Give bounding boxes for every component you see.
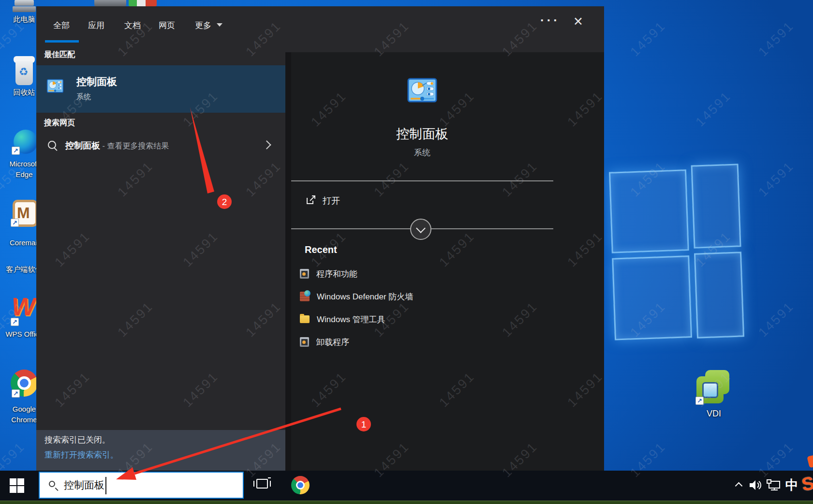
- taskbar: 控制面板 中 S: [0, 471, 813, 501]
- wps-icon: W: [12, 295, 35, 318]
- sogou-desktop-fragment: [807, 455, 813, 468]
- tab-all[interactable]: 全部: [53, 20, 70, 31]
- desktop-icon-sliver: [129, 0, 157, 6]
- tab-more[interactable]: 更多: [195, 20, 211, 31]
- recent-item-label: Windows Defender 防火墙: [317, 291, 413, 302]
- detail-subtitle: 系统: [291, 147, 553, 158]
- chevron-right-icon[interactable]: [262, 140, 271, 149]
- more-dropdown-icon[interactable]: [217, 23, 222, 27]
- best-match-title: 控制面板: [76, 75, 117, 89]
- close-icon[interactable]: ✕: [573, 15, 583, 29]
- search-icon: [48, 480, 59, 491]
- search-input-text[interactable]: 控制面板: [64, 473, 104, 498]
- text-caret: [105, 477, 106, 494]
- tray-chevron-up-icon[interactable]: [736, 483, 741, 489]
- active-tab-underline: [45, 40, 79, 43]
- desktop: 此电脑 ♻ 回收站 ↗ Microsoft Edge M ↗ Coremail …: [0, 0, 813, 504]
- firewall-icon: [300, 292, 310, 301]
- panel-footer: 搜索索引已关闭。 重新打开搜索索引。: [36, 430, 285, 471]
- this-pc-icon: [13, 0, 36, 13]
- web-search-header: 搜索网页: [44, 118, 75, 128]
- detail-pane-bg: [291, 52, 604, 471]
- open-action-row[interactable]: 打开: [300, 192, 532, 208]
- tray-ime-icon[interactable]: 中: [785, 476, 798, 494]
- panel-menu-dots[interactable]: ···: [540, 13, 560, 28]
- taskbar-chrome-icon[interactable]: [291, 476, 310, 494]
- open-label: 打开: [323, 195, 340, 207]
- web-search-query: 控制面板: [65, 141, 100, 150]
- recent-item-programs-features[interactable]: 程序和功能: [300, 263, 532, 284]
- expand-chevron-circle[interactable]: [410, 219, 431, 240]
- tab-apps[interactable]: 应用: [88, 20, 104, 31]
- tray-volume-icon[interactable]: [749, 479, 763, 491]
- windows-logo-icon: [10, 478, 24, 493]
- recent-item-uninstall[interactable]: 卸载程序: [300, 331, 532, 353]
- folder-icon: [300, 315, 310, 323]
- shortcut-arrow-icon: ↗: [12, 147, 20, 155]
- control-panel-icon-large: [407, 75, 438, 106]
- shortcut-arrow-icon: ↗: [11, 318, 19, 326]
- recent-item-label: 程序和功能: [316, 268, 357, 280]
- tray-network-icon[interactable]: [766, 479, 781, 491]
- web-search-hint: - 查看更多搜索结果: [102, 142, 169, 150]
- recent-item-defender-firewall[interactable]: Windows Defender 防火墙: [300, 286, 532, 307]
- recent-item-label: 卸载程序: [316, 337, 349, 348]
- best-match-subtitle: 系统: [76, 92, 91, 102]
- programs-icon: [300, 269, 309, 279]
- shortcut-arrow-icon: ↗: [695, 397, 704, 405]
- search-panel: 全部 应用 文档 网页 更多 ··· ✕ 最佳匹配: [36, 6, 604, 471]
- taskbar-search-box[interactable]: 控制面板: [39, 472, 244, 499]
- best-match-header: 最佳匹配: [44, 50, 75, 60]
- tray-sogou-icon[interactable]: S: [800, 473, 813, 495]
- detail-divider-top: [291, 180, 553, 181]
- start-button[interactable]: [10, 478, 24, 493]
- tab-documents[interactable]: 文档: [124, 20, 141, 31]
- vdi-label: VDI: [696, 409, 731, 419]
- bottom-green-strip: [0, 501, 813, 504]
- shortcut-arrow-icon: ↗: [11, 219, 19, 227]
- indexing-enable-link[interactable]: 重新打开搜索索引。: [44, 449, 118, 460]
- web-search-row[interactable]: 控制面板 - 查看更多搜索结果: [36, 130, 285, 161]
- task-view-button[interactable]: [253, 477, 272, 493]
- detail-title: 控制面板: [291, 125, 553, 143]
- open-external-icon: [306, 194, 316, 205]
- tab-web[interactable]: 网页: [159, 20, 175, 31]
- recent-item-admin-tools[interactable]: Windows 管理工具: [300, 309, 532, 330]
- control-panel-icon: [46, 77, 64, 95]
- recent-header: Recent: [305, 244, 337, 255]
- wallpaper-windows-logo: [609, 163, 745, 344]
- desktop-icon-sliver: [94, 0, 126, 6]
- search-icon: [47, 140, 58, 151]
- panel-column-divider: [285, 52, 291, 471]
- chevron-down-icon: [416, 223, 426, 233]
- indexing-status-text: 搜索索引已关闭。: [44, 434, 110, 445]
- recent-item-label: Windows 管理工具: [317, 314, 385, 325]
- recycle-bin-icon: ♻: [13, 56, 36, 86]
- best-match-row[interactable]: 控制面板 系统: [36, 65, 285, 113]
- shortcut-arrow-icon: ↗: [12, 389, 20, 398]
- programs-icon: [300, 337, 309, 347]
